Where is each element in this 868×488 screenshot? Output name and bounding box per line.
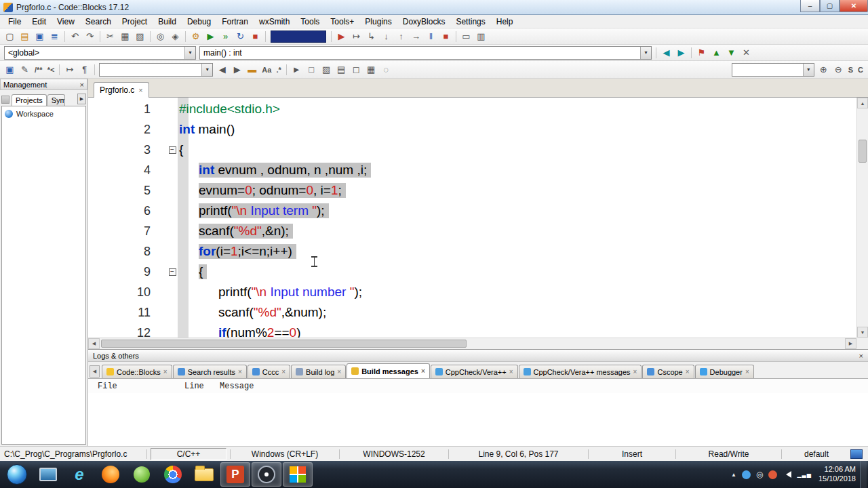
media-app[interactable] bbox=[127, 462, 157, 487]
debug-continue-icon[interactable]: ▶ bbox=[334, 29, 349, 43]
wxsmith-panel-icon[interactable]: ▧ bbox=[319, 62, 334, 77]
logs-tab-debugger[interactable]: Debugger× bbox=[695, 365, 754, 378]
menu-item-file[interactable]: File bbox=[3, 16, 26, 28]
chrome-app[interactable] bbox=[158, 462, 188, 487]
close-icon[interactable]: × bbox=[337, 368, 341, 375]
wxsmith-dialog-icon[interactable]: ◌ bbox=[379, 62, 393, 77]
menu-item-help[interactable]: Help bbox=[491, 16, 519, 28]
obs-app[interactable] bbox=[252, 462, 281, 487]
step-out-icon[interactable]: ↑ bbox=[394, 29, 408, 43]
menu-item-view[interactable]: View bbox=[52, 16, 80, 28]
incsearch-next-icon[interactable]: ▶ bbox=[230, 62, 244, 77]
match-case-icon[interactable]: Aa bbox=[260, 62, 273, 77]
close-icon[interactable]: × bbox=[163, 368, 167, 375]
zoom-in-icon[interactable]: ⊕ bbox=[816, 62, 831, 77]
maximize-button[interactable]: ▢ bbox=[820, 0, 840, 12]
menu-item-settings[interactable]: Settings bbox=[450, 16, 490, 28]
rebuild-icon[interactable]: ↻ bbox=[233, 29, 248, 43]
code-line[interactable]: 2int main() bbox=[88, 119, 856, 140]
close-icon[interactable]: × bbox=[421, 367, 425, 375]
workspace-node[interactable]: Workspace bbox=[5, 110, 83, 118]
scope-combo[interactable]: <global>▾ bbox=[4, 46, 196, 60]
logs-tab-search-results[interactable]: Search results× bbox=[173, 365, 247, 378]
whitespace-icon[interactable]: ↦ bbox=[62, 62, 77, 77]
code-line[interactable]: 6printf("\n Input term "); bbox=[88, 201, 856, 221]
new-file-icon[interactable]: ▢ bbox=[3, 29, 17, 43]
file-explorer-app[interactable] bbox=[189, 462, 219, 487]
redo-icon[interactable]: ↷ bbox=[83, 29, 97, 43]
build-and-run-icon[interactable]: » bbox=[218, 29, 233, 43]
clear-bookmarks-icon[interactable]: ✕ bbox=[739, 45, 753, 60]
taskbar-clock[interactable]: 12:06 AM 15/10/2018 bbox=[818, 465, 856, 484]
copy-icon[interactable]: ▦ bbox=[118, 29, 132, 43]
menu-item-tools[interactable]: Tools+ bbox=[325, 16, 359, 28]
previous-bookmark-icon[interactable]: ▲ bbox=[709, 45, 724, 60]
abort-icon[interactable]: ■ bbox=[248, 29, 262, 43]
save-all-icon[interactable]: ≣ bbox=[47, 29, 62, 43]
network-icon[interactable]: ▁▃▅ bbox=[797, 472, 811, 478]
doxygen-line-comment-icon[interactable]: *< bbox=[45, 62, 57, 77]
tray-app-red[interactable] bbox=[768, 470, 777, 479]
doxygen-block-comment-icon[interactable]: /** bbox=[33, 62, 45, 77]
code-editor[interactable]: 1#include<stdio.h>2int main()3−{4int evn… bbox=[88, 98, 868, 349]
editor-vscrollbar[interactable]: ▲ ▼ bbox=[856, 98, 868, 338]
volume-icon[interactable] bbox=[783, 471, 791, 478]
editor-tab-prgforlo[interactable]: Prgforlo.c × bbox=[94, 82, 149, 98]
close-icon[interactable]: × bbox=[686, 368, 690, 375]
wxsmith-pointer-icon[interactable]: ► bbox=[290, 62, 304, 77]
logs-tab-cppcheck-vera[interactable]: CppCheck/Vera++× bbox=[431, 365, 518, 378]
codeblocks-app[interactable] bbox=[283, 462, 313, 487]
spellcheck-language-combo[interactable]: ▾ bbox=[732, 63, 814, 77]
chevron-down-icon[interactable]: ▾ bbox=[803, 64, 814, 76]
vscroll-thumb[interactable] bbox=[859, 140, 867, 163]
menu-item-wxsmith[interactable]: wxSmith bbox=[254, 16, 295, 28]
fold-collapse-icon[interactable]: − bbox=[169, 146, 176, 154]
menu-item-search[interactable]: Search bbox=[80, 16, 117, 28]
close-icon[interactable]: × bbox=[281, 368, 285, 375]
chevron-down-icon[interactable]: ▾ bbox=[201, 64, 212, 76]
logs-tab-scroll-left-icon[interactable]: ◀ bbox=[90, 365, 100, 378]
hscroll-thumb[interactable] bbox=[101, 340, 467, 348]
zoom-out-icon[interactable]: ⊖ bbox=[831, 62, 846, 77]
editor-hscrollbar[interactable]: ◀ ▶ bbox=[88, 338, 856, 349]
paste-icon[interactable]: ▨ bbox=[133, 29, 147, 43]
build-icon[interactable]: ⚙ bbox=[189, 29, 203, 43]
menu-item-doxyblocks[interactable]: DoxyBlocks bbox=[397, 16, 451, 28]
code-line[interactable]: 8for(i=1;i<=n;i++) bbox=[88, 241, 856, 262]
wxsmith-frame-icon[interactable]: □ bbox=[304, 62, 319, 77]
doxyblocks-extract-icon[interactable]: ▣ bbox=[3, 62, 17, 77]
logs-tab-cccc[interactable]: Cccc× bbox=[248, 365, 290, 378]
computer-app[interactable] bbox=[33, 462, 63, 487]
paragraph-icon[interactable]: ¶ bbox=[77, 62, 92, 77]
next-bookmark-icon[interactable]: ▼ bbox=[724, 45, 738, 60]
run-to-cursor-icon[interactable]: ↦ bbox=[349, 29, 363, 43]
close-button[interactable]: ✕ bbox=[840, 0, 868, 12]
build-target-combo[interactable] bbox=[271, 30, 326, 43]
scroll-left-icon[interactable]: ◀ bbox=[88, 338, 100, 349]
doxyblocks-edit-icon[interactable]: ✎ bbox=[18, 62, 32, 77]
menu-item-build[interactable]: Build bbox=[153, 16, 182, 28]
highlight-occurrences-icon[interactable]: ▬ bbox=[245, 62, 259, 77]
code-line[interactable]: 11scanf("%d",&num); bbox=[88, 302, 856, 323]
hscroll-track[interactable] bbox=[100, 338, 845, 349]
wxsmith-grid-icon[interactable]: ▦ bbox=[364, 62, 378, 77]
logs-tab-cscope[interactable]: Cscope× bbox=[642, 365, 694, 378]
tab-scroll-right-icon[interactable]: ▶ bbox=[77, 94, 86, 104]
scroll-up-icon[interactable]: ▲ bbox=[857, 98, 868, 108]
next-line-icon[interactable]: ↳ bbox=[364, 29, 378, 43]
step-into-icon[interactable]: ↓ bbox=[379, 29, 393, 43]
chevron-down-icon[interactable]: ▾ bbox=[184, 47, 195, 59]
stop-debugger-icon[interactable]: ■ bbox=[439, 29, 453, 43]
run-icon[interactable]: ▶ bbox=[203, 29, 218, 43]
menu-item-debug[interactable]: Debug bbox=[182, 16, 216, 28]
replace-icon[interactable]: ◈ bbox=[168, 29, 182, 43]
code-line[interactable]: 5evnum=0; odnum=0, i=1; bbox=[88, 180, 856, 201]
incremental-search-combo[interactable]: ▾ bbox=[99, 63, 213, 77]
menu-item-tools[interactable]: Tools bbox=[295, 16, 325, 28]
tab-projects[interactable]: Projects bbox=[12, 94, 47, 106]
fold-collapse-icon[interactable]: − bbox=[169, 268, 176, 276]
debugging-windows-icon[interactable]: ▭ bbox=[459, 29, 473, 43]
menu-item-edit[interactable]: Edit bbox=[26, 16, 52, 28]
regex-icon[interactable]: .* bbox=[274, 62, 283, 77]
open-file-icon[interactable]: ▤ bbox=[18, 29, 32, 43]
